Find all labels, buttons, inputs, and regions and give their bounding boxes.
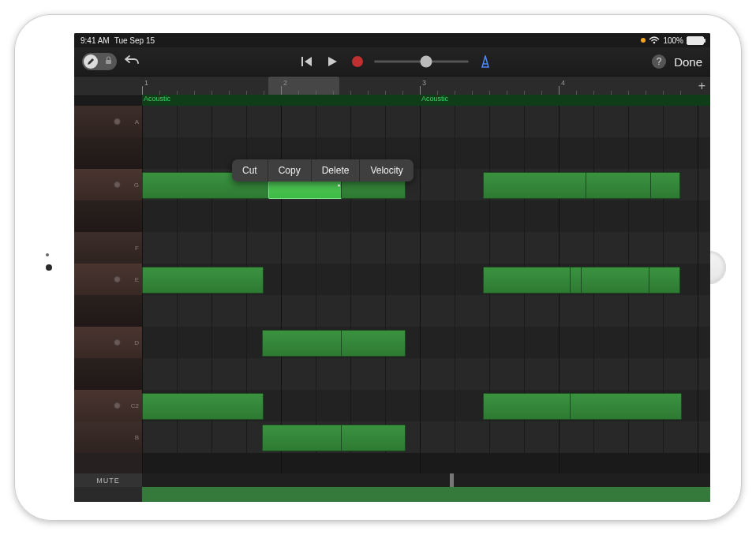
key-label: F (135, 245, 139, 252)
pencil-icon (84, 54, 98, 69)
fret-dot-icon (114, 181, 121, 189)
status-bar: 9:41 AM Tue Sep 15 100% (74, 33, 710, 47)
fret-dot-icon (114, 118, 121, 125)
key-label: B (135, 434, 139, 441)
key-label: C2 (131, 402, 139, 410)
key-row[interactable]: E (74, 264, 142, 295)
status-time: 9:41 AM (80, 36, 110, 45)
midi-note[interactable] (341, 425, 406, 451)
loop-marker[interactable] (450, 473, 454, 487)
key-label: G (134, 181, 139, 189)
note-keys-column: AGFEDC2B (74, 106, 142, 473)
midi-note[interactable] (586, 172, 652, 199)
midi-note[interactable] (262, 330, 342, 357)
key-label: A (135, 118, 139, 125)
camera-icon (46, 264, 52, 271)
key-row[interactable]: F (74, 232, 142, 264)
record-button[interactable] (349, 53, 366, 70)
toolbar: ? Done (74, 47, 710, 76)
rewind-button[interactable] (298, 53, 316, 70)
context-menu-delete[interactable]: Delete (312, 159, 361, 181)
scroll-track[interactable] (142, 487, 710, 502)
midi-note[interactable] (262, 425, 342, 451)
lock-icon (105, 56, 112, 66)
help-button[interactable]: ? (652, 54, 666, 69)
wifi-icon (649, 36, 660, 44)
sensor-icon (46, 253, 49, 256)
midi-note[interactable] (142, 393, 264, 420)
app-screen: 9:41 AM Tue Sep 15 100% (74, 33, 710, 502)
edit-toggle[interactable] (82, 53, 117, 70)
key-row[interactable]: C2 (74, 390, 142, 421)
region-header[interactable]: Acoustic Acoustic (142, 95, 710, 106)
ipad-frame: 9:41 AM Tue Sep 15 100% (14, 14, 742, 521)
midi-note[interactable] (650, 172, 680, 199)
midi-note[interactable] (581, 267, 650, 294)
undo-button[interactable] (125, 54, 140, 70)
key-row[interactable] (74, 137, 142, 169)
bar-number: 1 (144, 79, 148, 87)
key-row[interactable]: A (74, 106, 142, 137)
midi-note[interactable] (341, 330, 406, 357)
midi-note[interactable] (483, 393, 571, 420)
play-button[interactable] (324, 53, 341, 70)
region-label: Acoustic (142, 95, 170, 103)
fret-dot-icon (114, 402, 121, 410)
status-date: Tue Sep 15 (114, 36, 155, 45)
midi-note[interactable] (483, 172, 587, 199)
mute-button[interactable]: MUTE (74, 473, 142, 487)
key-row[interactable]: D (74, 327, 142, 358)
bar-number: 4 (561, 79, 565, 87)
timeline-ruler[interactable]: 1234 + (74, 76, 710, 96)
svg-point-0 (653, 42, 656, 44)
midi-note[interactable] (649, 267, 680, 294)
playhead-indicator[interactable] (268, 77, 339, 95)
key-row[interactable] (74, 358, 142, 390)
bar-number: 3 (422, 79, 426, 87)
done-button[interactable]: Done (674, 55, 702, 69)
fret-dot-icon (114, 276, 121, 283)
key-row[interactable] (74, 295, 142, 327)
key-row[interactable]: B (74, 421, 142, 453)
battery-icon (687, 36, 704, 45)
midi-note[interactable] (483, 267, 571, 294)
context-menu: CutCopyDeleteVelocity (232, 159, 414, 181)
svg-rect-2 (301, 57, 303, 66)
context-menu-cut[interactable]: Cut (232, 159, 268, 181)
region-label: Acoustic (420, 95, 448, 103)
metronome-button[interactable] (477, 53, 494, 70)
context-menu-velocity[interactable]: Velocity (360, 159, 413, 181)
volume-slider[interactable] (374, 54, 469, 69)
note-grid[interactable] (142, 106, 710, 473)
add-section-button[interactable]: + (698, 79, 705, 93)
context-menu-copy[interactable]: Copy (268, 159, 312, 181)
midi-note[interactable] (570, 393, 682, 420)
fret-dot-icon (114, 339, 121, 346)
key-row[interactable] (74, 200, 142, 232)
svg-rect-1 (106, 60, 111, 64)
midi-note[interactable] (142, 267, 264, 294)
bottom-panel: MUTE (74, 473, 710, 502)
key-row[interactable]: G (74, 169, 142, 200)
key-label: D (134, 339, 139, 346)
battery-percent: 100% (663, 36, 683, 45)
key-label: E (135, 276, 139, 283)
recording-indicator-icon (641, 38, 646, 43)
